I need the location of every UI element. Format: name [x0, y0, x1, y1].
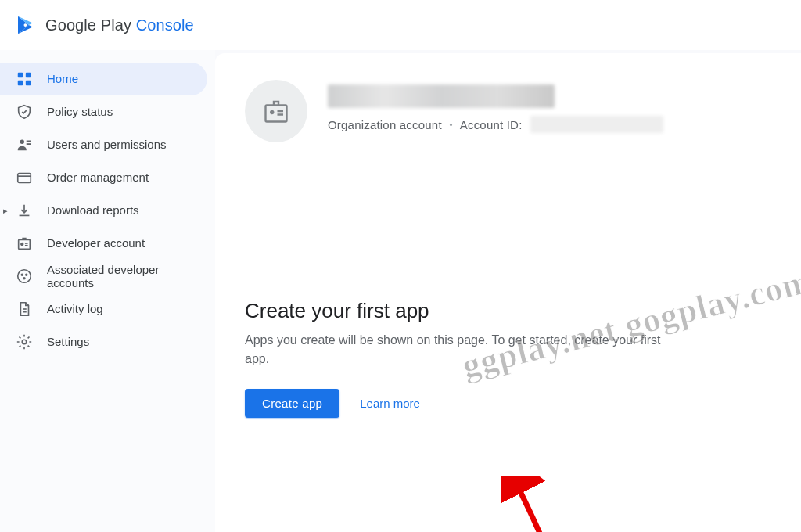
svg-point-20 — [22, 340, 27, 344]
svg-point-14 — [18, 270, 31, 283]
svg-rect-3 — [18, 81, 23, 85]
gear-icon — [16, 333, 33, 350]
sidebar-item-download-reports[interactable]: Download reports — [0, 194, 207, 227]
shield-icon — [16, 103, 33, 120]
linked-accounts-icon — [16, 268, 33, 285]
sidebar-item-home[interactable]: Home — [0, 63, 207, 95]
svg-point-0 — [24, 23, 27, 27]
document-icon — [16, 300, 33, 318]
sidebar-item-label: Policy status — [47, 105, 113, 118]
sidebar-item-label: Activity log — [47, 302, 103, 315]
brand-logo[interactable]: Google Play Console — [14, 13, 194, 37]
create-app-title: Create your first app — [245, 299, 667, 323]
sidebar-item-settings[interactable]: Settings — [0, 325, 207, 358]
svg-point-11 — [21, 243, 23, 246]
brand-title: Google Play Console — [45, 16, 194, 34]
svg-rect-10 — [19, 239, 31, 249]
create-first-app-section: Create your first app Apps you create wi… — [245, 299, 667, 418]
svg-rect-7 — [27, 143, 31, 145]
svg-rect-1 — [18, 73, 23, 77]
sidebar-item-users-permissions[interactable]: Users and permissions — [0, 128, 207, 161]
create-app-button[interactable]: Create app — [245, 389, 339, 418]
sidebar-item-policy-status[interactable]: Policy status — [0, 95, 207, 128]
svg-point-15 — [21, 274, 23, 275]
svg-point-22 — [270, 110, 274, 114]
download-icon — [16, 202, 33, 219]
learn-more-link[interactable]: Learn more — [360, 397, 420, 410]
badge-icon — [262, 97, 290, 125]
svg-rect-8 — [18, 174, 31, 183]
account-type-label: Organization account — [328, 118, 442, 131]
create-app-description: Apps you create will be shown on this pa… — [245, 331, 667, 368]
main-content: Organization account Account ID: Create … — [215, 53, 801, 532]
annotation-arrow-icon — [501, 476, 555, 532]
badge-icon — [16, 235, 33, 252]
sidebar-item-label: Settings — [47, 335, 89, 348]
sidebar-item-label: Developer account — [47, 236, 145, 250]
svg-point-17 — [23, 278, 25, 279]
svg-rect-2 — [26, 73, 31, 77]
sidebar-item-label: Users and permissions — [47, 138, 167, 151]
account-avatar — [245, 80, 307, 142]
account-id-label: Account ID: — [460, 118, 523, 131]
account-id-redacted — [530, 116, 663, 133]
card-icon — [16, 169, 33, 186]
play-logo-icon — [14, 13, 38, 37]
svg-rect-4 — [26, 81, 31, 85]
sidebar-item-label: Download reports — [47, 203, 139, 217]
svg-point-5 — [20, 140, 25, 145]
account-header: Organization account Account ID: — [245, 80, 770, 142]
sidebar-item-order-management[interactable]: Order management — [0, 161, 207, 194]
app-header: Google Play Console — [0, 0, 801, 50]
sidebar-item-developer-account[interactable]: Developer account — [0, 227, 207, 260]
sidebar-item-associated-accounts[interactable]: Associated developer accounts — [0, 260, 207, 293]
people-icon — [16, 136, 33, 153]
svg-rect-6 — [27, 141, 31, 142]
sidebar-item-label: Associated developer accounts — [47, 263, 207, 290]
svg-point-16 — [26, 274, 27, 275]
sidebar-nav: Home Policy status Users and permissions… — [0, 50, 215, 532]
account-name-redacted — [328, 84, 555, 108]
sidebar-item-label: Order management — [47, 171, 149, 184]
svg-rect-21 — [266, 106, 287, 122]
sidebar-item-activity-log[interactable]: Activity log — [0, 293, 207, 325]
grid-icon — [16, 70, 33, 88]
separator-dot — [450, 124, 452, 126]
account-subline: Organization account Account ID: — [328, 116, 770, 133]
sidebar-item-label: Home — [47, 72, 78, 85]
